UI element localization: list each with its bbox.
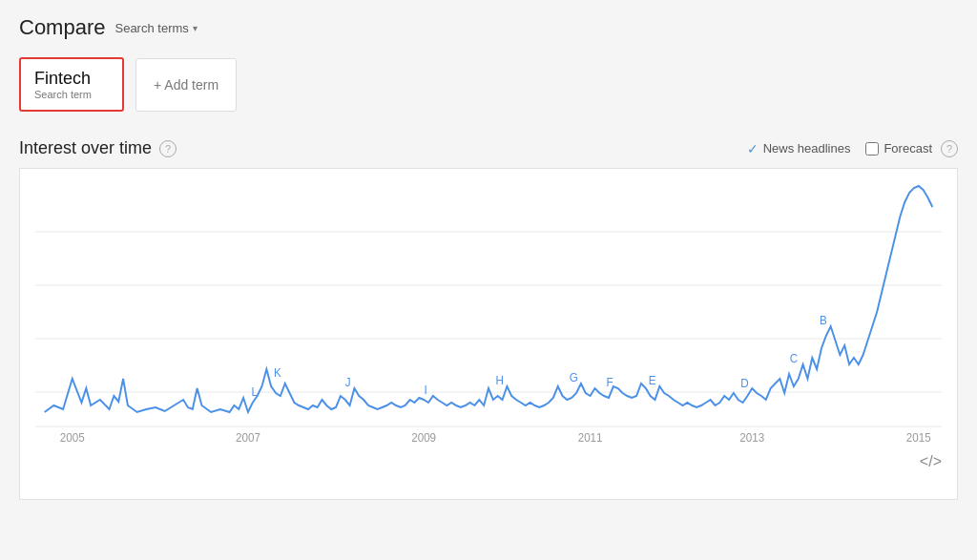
section-title: Interest over time xyxy=(19,138,152,158)
page-title: Compare xyxy=(19,15,105,40)
svg-text:D: D xyxy=(740,377,748,390)
help-icon[interactable]: ? xyxy=(159,140,177,157)
term-type: Search term xyxy=(34,89,109,100)
svg-text:C: C xyxy=(790,352,799,365)
term-card-fintech[interactable]: Fintech Search term xyxy=(19,57,124,112)
svg-text:2011: 2011 xyxy=(578,431,603,445)
svg-text:2015: 2015 xyxy=(906,431,931,445)
svg-text:H: H xyxy=(495,374,503,387)
forecast-help-icon[interactable]: ? xyxy=(941,140,958,157)
interest-chart: K L J I H G F E D C B 2005 2007 2009 201… xyxy=(35,178,942,446)
svg-text:2005: 2005 xyxy=(60,431,85,445)
svg-text:K: K xyxy=(274,366,281,380)
svg-text:F: F xyxy=(606,376,613,389)
add-term-button[interactable]: + Add term xyxy=(135,58,237,112)
news-headlines-label: News headlines xyxy=(763,141,851,156)
search-terms-dropdown[interactable]: Search terms ▾ xyxy=(114,21,197,35)
svg-text:2013: 2013 xyxy=(739,431,764,445)
chevron-down-icon: ▾ xyxy=(193,23,197,33)
svg-text:L: L xyxy=(252,385,259,399)
svg-text:B: B xyxy=(820,314,827,327)
section-header: Interest over time ? ✓ News headlines Fo… xyxy=(19,138,958,158)
compare-header: Compare Search terms ▾ xyxy=(19,15,958,40)
forecast-label: Forecast xyxy=(883,141,932,156)
svg-text:2009: 2009 xyxy=(411,431,436,445)
forecast-option[interactable]: Forecast ? xyxy=(865,140,958,157)
chart-container: K L J I H G F E D C B 2005 2007 2009 201… xyxy=(19,168,958,500)
chart-options: ✓ News headlines Forecast ? xyxy=(747,140,958,157)
forecast-checkbox[interactable] xyxy=(865,142,879,156)
term-name: Fintech xyxy=(34,69,109,89)
section-title-row: Interest over time ? xyxy=(19,138,177,158)
svg-text:I: I xyxy=(424,384,426,397)
embed-icon[interactable]: </> xyxy=(920,453,942,470)
news-checkmark: ✓ xyxy=(747,141,759,156)
embed-row: </> xyxy=(35,446,942,470)
svg-text:J: J xyxy=(345,376,351,389)
terms-row: Fintech Search term + Add term xyxy=(19,57,958,112)
svg-text:2007: 2007 xyxy=(236,431,260,445)
search-terms-label: Search terms xyxy=(114,21,188,35)
news-headlines-option[interactable]: ✓ News headlines xyxy=(747,141,851,156)
svg-text:G: G xyxy=(570,371,578,384)
svg-text:E: E xyxy=(649,374,656,387)
